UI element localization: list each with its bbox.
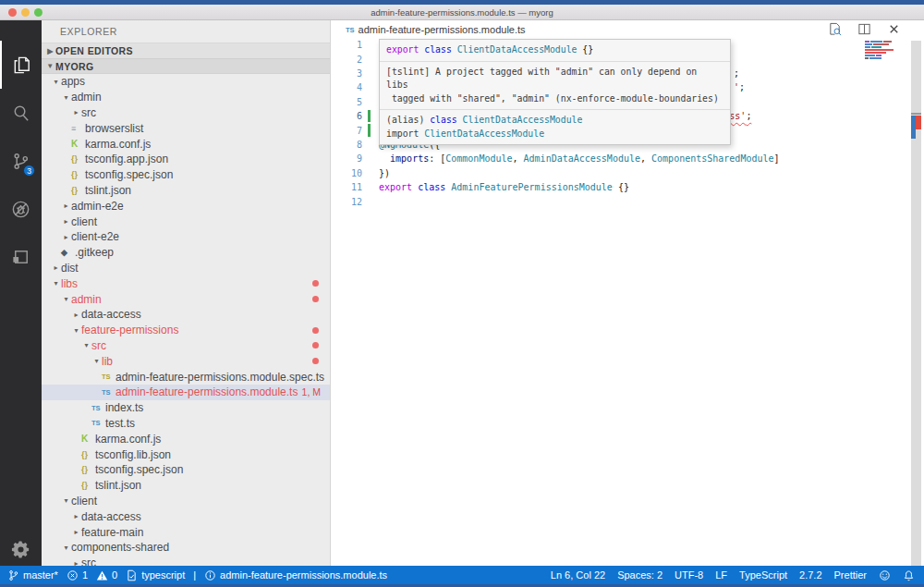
code-token: AdminDataAccessModule: [524, 153, 640, 164]
code-editor[interactable]: 123456import { ClientDataAccessModule } …: [331, 38, 924, 566]
minimap-line: [865, 55, 904, 56]
tree-item-label: admin-e2e: [71, 200, 124, 213]
tree-item-admin-e2e[interactable]: ▸admin-e2e: [42, 198, 330, 214]
chevron-down-icon: ▾: [61, 496, 71, 505]
tree-item-admin[interactable]: ▾admin: [42, 90, 330, 105]
tree-item-label: tsconfig.app.json: [85, 153, 168, 165]
minimize-window-button[interactable]: [21, 8, 30, 17]
chevron-down-icon: ▾: [51, 279, 61, 287]
code-token: ,: [513, 153, 524, 164]
window-titlebar[interactable]: admin-feature-permissions.module.ts — my…: [0, 5, 924, 20]
status-ln-6-col-22[interactable]: Ln 6, Col 22: [551, 569, 605, 581]
section-root-folder[interactable]: ▼ MYORG: [42, 58, 330, 74]
code-line-11: 11export class AdminFeaturePermissionsMo…: [331, 180, 924, 194]
tree-item-tslint.json[interactable]: {}tslint.json: [42, 478, 330, 494]
info-circle-icon: [204, 569, 216, 581]
tslint-error-message: [tslint] A project tagged with "admin" c…: [380, 61, 730, 110]
tree-item-tsconfig.spec.json[interactable]: {}tsconfig.spec.json: [42, 462, 330, 478]
status-lf[interactable]: LF: [715, 569, 727, 581]
activitybar-explorer-icon[interactable]: [0, 41, 42, 89]
file-tree: ▾apps▾admin▸src≡browserslistKkarma.conf.…: [42, 74, 330, 566]
code-token: ;: [734, 68, 739, 79]
tree-item-tslint.json[interactable]: {}tslint.json: [42, 183, 330, 199]
tree-item-feature-permissions[interactable]: ▾feature-permissions: [42, 323, 330, 338]
tree-item-label: test.ts: [105, 417, 135, 430]
status-feedback-smiley-icon[interactable]: [879, 569, 891, 581]
code-token: [379, 153, 390, 164]
tree-item-karma.conf.js[interactable]: Kkarma.conf.js: [42, 431, 330, 446]
tree-item-index.ts[interactable]: TSindex.ts: [42, 400, 330, 416]
traffic-lights: [8, 8, 43, 17]
tree-item-browserslist[interactable]: ≡browserslist: [42, 120, 330, 136]
tree-item-karma.conf.js[interactable]: Kkarma.conf.js: [42, 136, 330, 152]
tree-item-label: lib: [102, 355, 113, 368]
close-editor-icon[interactable]: [887, 22, 901, 36]
tree-item-label: karma.conf.js: [95, 433, 161, 446]
tree-item-label: src: [81, 106, 96, 119]
section-open-editors[interactable]: ▶ OPEN EDITORS: [42, 43, 330, 58]
status-warning-triangle[interactable]: 0: [96, 569, 117, 581]
status-utf-8[interactable]: UTF-8: [675, 569, 703, 581]
tree-item-data-access[interactable]: ▸data-access: [42, 508, 330, 524]
editor-tab[interactable]: TS admin-feature-permissions.module.ts: [346, 24, 526, 35]
overview-ruler-scrollbar[interactable]: [911, 41, 921, 566]
tree-item-feature-main[interactable]: ▸feature-main: [42, 524, 330, 540]
tree-item-label: admin: [71, 293, 102, 306]
status-notifications-bell-icon[interactable]: [903, 569, 915, 581]
status-spaces-2[interactable]: Spaces: 2: [617, 569, 663, 581]
tree-item-label: apps: [61, 75, 85, 88]
status-separator: |: [193, 569, 196, 581]
tree-item-src[interactable]: ▾src: [42, 338, 330, 354]
chevron-right-icon: ▸: [71, 512, 81, 520]
activitybar-extensions-icon[interactable]: [0, 233, 42, 281]
status-git-branch[interactable]: master*: [7, 569, 58, 581]
tree-item-src[interactable]: ▸src: [42, 105, 330, 121]
minimap[interactable]: [865, 41, 904, 60]
tree-item-libs[interactable]: ▾libs: [42, 275, 330, 291]
tree-item-label: tslint.json: [95, 479, 141, 492]
workbench: 3 EXPLORER ▶ OPEN EDITORS ▼ MYORG ▾apps▾…: [0, 20, 924, 566]
tree-item-apps[interactable]: ▾apps: [42, 74, 330, 90]
activitybar-search-icon[interactable]: [0, 89, 42, 137]
tree-item-src[interactable]: ▸src: [42, 556, 330, 566]
chevron-down-icon: ▼: [45, 62, 55, 70]
chevron-down-icon: ▾: [91, 357, 102, 365]
status-typescript[interactable]: TypeScript: [739, 569, 787, 581]
status-info-circle[interactable]: admin-feature-permissions.module.ts: [204, 569, 387, 581]
close-window-button[interactable]: [8, 8, 17, 17]
status-prettier[interactable]: Prettier: [834, 569, 867, 581]
status-lint-file[interactable]: typescript: [126, 569, 185, 581]
split-editor-icon[interactable]: [857, 22, 871, 36]
tree-item-label: browserslist: [85, 122, 143, 135]
tree-item-components-shared[interactable]: ▾components-shared: [42, 540, 330, 556]
activitybar-debug-icon[interactable]: [0, 185, 42, 233]
tree-item-client-e2e[interactable]: ▸client-e2e: [42, 229, 330, 245]
tree-item-tsconfig.app.json[interactable]: {}tsconfig.app.json: [42, 152, 330, 167]
open-changes-icon[interactable]: [828, 22, 842, 36]
tree-item-client[interactable]: ▸client: [42, 214, 330, 229]
tree-item-admin[interactable]: ▾admin: [42, 291, 330, 307]
tree-item-admin-feature-permissions.module.spec.ts[interactable]: TSadmin-feature-permissions.module.spec.…: [42, 369, 330, 385]
line-number: 5: [331, 97, 362, 107]
code-text: imports: [CommonModule, AdminDataAccessM…: [379, 153, 780, 164]
line-number: 12: [331, 197, 362, 207]
status-error-circle[interactable]: 1: [67, 569, 88, 581]
code-token: class: [424, 44, 452, 55]
tree-item-test.ts[interactable]: TStest.ts: [42, 416, 330, 432]
status-label: 0: [112, 569, 117, 581]
tree-item-.gitkeep[interactable]: ◆.gitkeep: [42, 245, 330, 261]
activitybar-source-control-icon[interactable]: 3: [0, 137, 42, 185]
tree-item-label: components-shared: [71, 541, 169, 554]
status-label: admin-feature-permissions.module.ts: [220, 569, 387, 581]
zoom-window-button[interactable]: [34, 8, 43, 17]
tree-item-lib[interactable]: ▾lib: [42, 353, 330, 369]
error-dot-badge: [312, 358, 319, 364]
tree-item-dist[interactable]: ▸dist: [42, 261, 330, 276]
tree-item-tsconfig.spec.json[interactable]: {}tsconfig.spec.json: [42, 167, 330, 183]
tree-item-admin-feature-permissions.module.ts[interactable]: TSadmin-feature-permissions.module.ts1, …: [42, 385, 330, 400]
tree-item-client[interactable]: ▾client: [42, 494, 330, 509]
status-2-7-2[interactable]: 2.7.2: [799, 569, 821, 581]
tree-item-tsconfig.lib.json[interactable]: {}tsconfig.lib.json: [42, 446, 330, 462]
tree-item-data-access[interactable]: ▸data-access: [42, 307, 330, 323]
chevron-right-icon: ▸: [71, 311, 81, 319]
